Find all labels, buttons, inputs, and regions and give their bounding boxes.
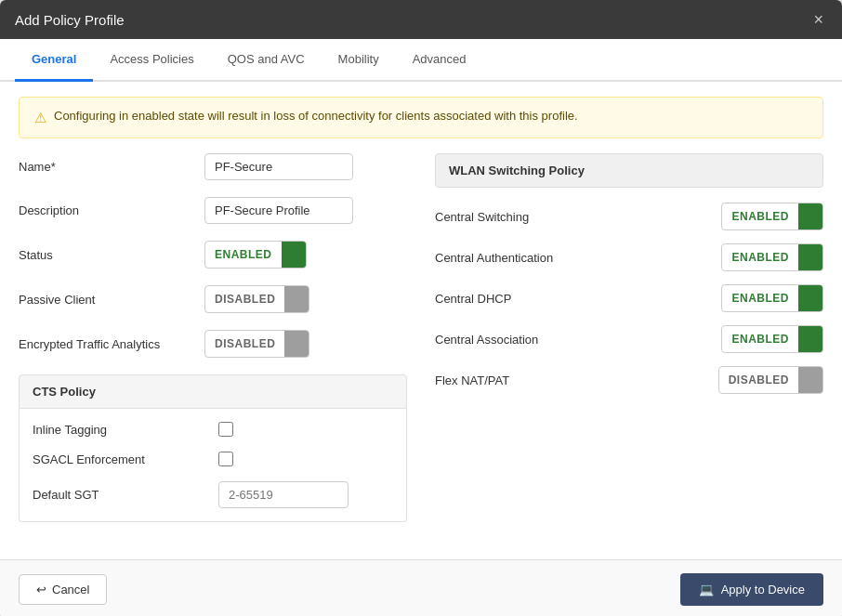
default-sgt-row: Default SGT — [33, 481, 393, 508]
left-panel: Name* Description Status ENABLED Passive… — [19, 153, 407, 541]
central-switching-value: ENABLED — [722, 205, 798, 228]
passive-client-toggle[interactable]: DISABLED — [204, 285, 309, 313]
status-label: Status — [19, 248, 204, 262]
central-authentication-toggle[interactable]: ENABLED — [721, 243, 823, 271]
cts-policy-header: CTS Policy — [19, 374, 407, 409]
modal-title: Add Policy Profile — [15, 12, 125, 28]
eta-label: Encrypted Traffic Analytics — [19, 337, 204, 351]
cancel-button[interactable]: ↩ Cancel — [19, 574, 107, 605]
cancel-label: Cancel — [52, 583, 89, 596]
close-button[interactable]: × — [809, 11, 827, 28]
modal-footer: ↩ Cancel 💻 Apply to Device — [0, 559, 842, 616]
sgacl-checkbox[interactable] — [218, 452, 233, 466]
tab-mobility[interactable]: Mobility — [322, 39, 396, 82]
wlan-row-central-dhcp: Central DHCP ENABLED — [435, 284, 823, 312]
status-toggle-indicator — [282, 242, 306, 268]
central-dhcp-toggle[interactable]: ENABLED — [721, 284, 823, 312]
central-association-toggle[interactable]: ENABLED — [721, 325, 823, 353]
passive-client-toggle-label: DISABLED — [205, 288, 284, 310]
eta-indicator — [284, 331, 309, 357]
central-association-value: ENABLED — [722, 328, 798, 350]
description-label: Description — [19, 203, 204, 217]
sgacl-label: SGACL Enforcement — [33, 452, 218, 466]
central-dhcp-label: Central DHCP — [435, 292, 511, 306]
inline-tagging-label: Inline Tagging — [33, 423, 218, 437]
name-input[interactable] — [204, 153, 353, 180]
modal-header: Add Policy Profile × — [0, 0, 842, 39]
apply-label: Apply to Device — [721, 583, 805, 596]
default-sgt-label: Default SGT — [33, 488, 218, 502]
apply-button[interactable]: 💻 Apply to Device — [680, 573, 823, 606]
add-policy-profile-modal: Add Policy Profile × General Access Poli… — [0, 0, 842, 616]
wlan-row-central-switching: Central Switching ENABLED — [435, 203, 823, 230]
cts-policy-section: CTS Policy Inline Tagging SGACL Enforcem… — [19, 374, 407, 522]
inline-tagging-checkbox[interactable] — [218, 422, 233, 437]
tab-access-policies[interactable]: Access Policies — [93, 39, 210, 82]
central-switching-label: Central Switching — [435, 210, 529, 224]
wlan-row-central-association: Central Association ENABLED — [435, 325, 823, 353]
eta-row: Encrypted Traffic Analytics DISABLED — [19, 330, 407, 358]
central-authentication-value: ENABLED — [722, 246, 798, 269]
passive-client-label: Passive Client — [19, 293, 204, 307]
form-content: Name* Description Status ENABLED Passive… — [0, 153, 842, 559]
inline-tagging-row: Inline Tagging — [33, 422, 393, 437]
status-toggle[interactable]: ENABLED — [204, 241, 307, 269]
flex-nat-toggle[interactable]: DISABLED — [718, 366, 823, 394]
central-switching-toggle[interactable]: ENABLED — [721, 203, 823, 230]
flex-nat-value: DISABLED — [719, 369, 798, 391]
warning-icon: ⚠ — [34, 110, 46, 126]
cts-policy-content: Inline Tagging SGACL Enforcement Default… — [19, 409, 407, 522]
wlan-header: WLAN Switching Policy — [435, 153, 823, 188]
eta-toggle[interactable]: DISABLED — [204, 330, 309, 358]
name-label: Name* — [19, 160, 204, 174]
description-input[interactable] — [204, 197, 353, 224]
flex-nat-label: Flex NAT/PAT — [435, 374, 509, 387]
central-authentication-label: Central Authentication — [435, 251, 553, 265]
central-dhcp-indicator — [798, 285, 822, 311]
apply-device-icon: 💻 — [699, 583, 714, 596]
passive-client-row: Passive Client DISABLED — [19, 285, 407, 313]
central-association-indicator — [798, 326, 822, 352]
warning-text: Configuring in enabled state will result… — [54, 109, 578, 123]
cancel-icon: ↩ — [36, 583, 46, 596]
eta-toggle-label: DISABLED — [205, 333, 284, 355]
status-toggle-label: ENABLED — [205, 243, 282, 266]
central-authentication-indicator — [798, 244, 822, 270]
tab-general[interactable]: General — [15, 39, 93, 82]
central-switching-indicator — [798, 203, 822, 229]
tab-advanced[interactable]: Advanced — [396, 39, 483, 82]
tabs-bar: General Access Policies QOS and AVC Mobi… — [0, 39, 842, 82]
tab-qos-avc[interactable]: QOS and AVC — [211, 39, 322, 82]
name-row: Name* — [19, 153, 407, 180]
wlan-row-flex-nat: Flex NAT/PAT DISABLED — [435, 366, 823, 394]
flex-nat-indicator — [798, 367, 822, 393]
warning-banner: ⚠ Configuring in enabled state will resu… — [19, 97, 823, 138]
central-association-label: Central Association — [435, 333, 538, 347]
default-sgt-input[interactable] — [218, 481, 349, 508]
sgacl-row: SGACL Enforcement — [33, 452, 393, 466]
central-dhcp-value: ENABLED — [722, 287, 798, 309]
passive-client-indicator — [284, 286, 309, 312]
wlan-row-central-authentication: Central Authentication ENABLED — [435, 243, 823, 271]
right-panel: WLAN Switching Policy Central Switching … — [435, 153, 823, 541]
status-row: Status ENABLED — [19, 241, 407, 269]
description-row: Description — [19, 197, 407, 224]
